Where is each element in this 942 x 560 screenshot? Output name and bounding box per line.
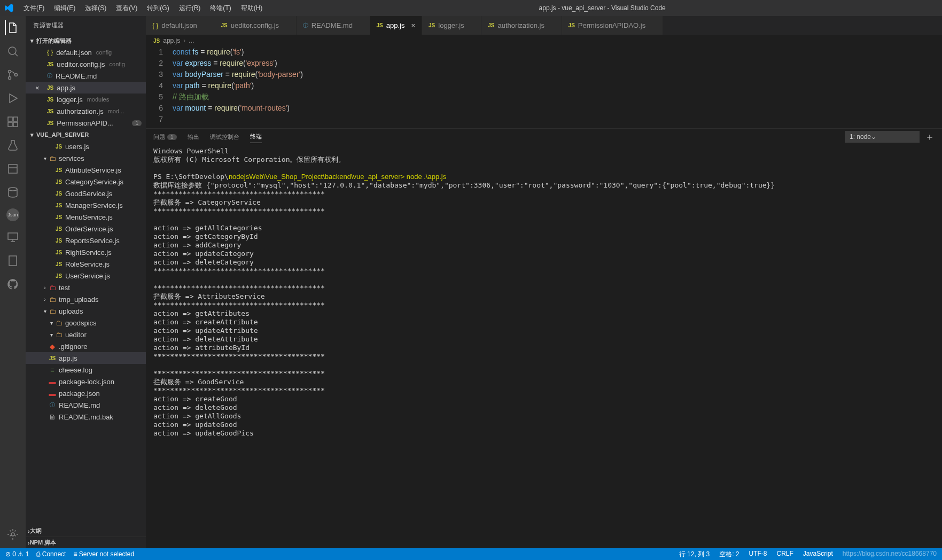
tree-item[interactable]: ›🗀tmp_uploads [26,293,146,305]
tree-item[interactable]: ▬package.json [26,387,146,399]
tree-item[interactable]: JSusers.js [26,141,146,152]
editor-tab[interactable]: JSueditor.config.js× [214,16,296,35]
new-terminal-icon[interactable]: ＋ [925,130,935,143]
file-name: uploads [59,307,83,315]
menu-item[interactable]: 查看(V) [112,2,142,15]
breadcrumb-more[interactable]: ... [189,37,194,44]
file-path: config [96,49,112,56]
remote-icon[interactable] [5,230,20,245]
open-editor-item[interactable]: ×{ }default.jsonconfig [26,46,146,58]
open-editor-item[interactable]: ×ⓘREADME.md [26,70,146,82]
github-icon[interactable] [5,277,20,292]
status-encoding[interactable]: UTF-8 [749,550,767,559]
extensions-icon[interactable] [5,114,20,129]
status-ln-col[interactable]: 行 12, 列 3 [679,550,710,559]
editor-tab[interactable]: { }default.json× [146,16,214,35]
menu-item[interactable]: 编辑(E) [50,2,80,15]
open-editor-item[interactable]: ×JSauthorization.jsmod... [26,105,146,117]
editor-tab[interactable]: JSauthorization.js× [481,16,562,35]
tree-item[interactable]: ≡cheese.log [26,364,146,376]
tree-item[interactable]: ▾🗀ueditor [26,329,146,340]
chevron-icon: ▾ [48,332,55,338]
menu-item[interactable]: 转到(G) [143,2,173,15]
file-name: logger.js [57,96,82,104]
terminal-output[interactable]: Windows PowerShell 版权所有 (C) Microsoft Co… [146,145,942,548]
file-name: ReportsService.js [65,237,120,245]
tree-item[interactable]: ▾🗀services [26,152,146,164]
tree-item[interactable]: ⓘREADME.md [26,399,146,411]
status-server[interactable]: ≡ Server not selected [73,550,134,558]
run-debug-icon[interactable] [5,91,20,106]
tree-item[interactable]: JSRoleService.js [26,258,146,270]
bookmark-icon[interactable] [5,253,20,268]
tree-item[interactable]: ›🗀test [26,282,146,293]
outline-header[interactable]: ›大纲 [26,525,146,536]
title-bar: 文件(F)编辑(E)选择(S)查看(V)转到(G)运行(R)终端(T)帮助(H)… [0,0,942,16]
tree-item[interactable]: JSUserService.js [26,270,146,282]
editor-tab[interactable]: JSlogger.js× [422,16,481,35]
tree-item[interactable]: 🗎README.md.bak [26,411,146,423]
tree-item[interactable]: ▾🗀uploads [26,305,146,317]
tree-item[interactable]: JSOrderService.js [26,223,146,235]
open-editor-item[interactable]: ×JSPermissionAPID...1 [26,117,146,129]
tree-item[interactable]: ◆.gitignore [26,340,146,352]
tree-item[interactable]: ▬package-lock.json [26,376,146,387]
tab-problems[interactable]: 问题1 [153,131,177,143]
status-errors[interactable]: ⊘ 0 ⚠ 1 [5,550,29,558]
tree-item[interactable]: JSCategoryService.js [26,176,146,188]
panel-tabs: 问题1 输出 调试控制台 终端 1: node ⌄ ＋ [146,129,942,145]
code-editor[interactable]: 1234567 const fs = require('fs')var expr… [146,46,942,128]
tab-label: logger.js [438,21,464,29]
search-icon[interactable] [5,44,20,59]
menu-item[interactable]: 帮助(H) [237,2,267,15]
status-language[interactable]: JavaScript [803,550,833,559]
breadcrumb[interactable]: JS app.js › ... [146,35,942,46]
open-editor-item[interactable]: ×JSapp.js [26,82,146,94]
tab-label: authorization.js [498,21,544,29]
tree-item[interactable]: JSReportsService.js [26,235,146,246]
code-lines[interactable]: const fs = require('fs')var express = re… [173,46,942,125]
svg-point-0 [9,47,16,55]
editor-tab[interactable]: JSapp.js× [370,16,423,35]
tree-item[interactable]: JSAttributeService.js [26,164,146,176]
menu-item[interactable]: 终端(T) [206,2,235,15]
close-icon[interactable]: × [411,21,415,29]
close-icon[interactable]: × [35,84,44,92]
menu-item[interactable]: 文件(F) [19,2,49,15]
menu-item[interactable]: 选择(S) [81,2,111,15]
settings-icon[interactable] [5,527,20,542]
test-icon[interactable] [5,138,20,153]
json-icon[interactable]: Json [6,208,19,221]
file-name: package.json [59,390,100,398]
file-name: users.js [65,143,89,151]
source-control-icon[interactable] [5,67,20,82]
explorer-icon[interactable] [5,20,20,35]
status-eol[interactable]: CRLF [776,550,793,559]
open-editors-header[interactable]: ▾打开的编辑器 [26,35,146,46]
menu-item[interactable]: 运行(R) [175,2,205,15]
project-icon[interactable] [5,161,20,176]
tree-item[interactable]: JSRightService.js [26,246,146,258]
terminal-select[interactable]: 1: node ⌄ [845,131,920,143]
open-editor-item[interactable]: ×JSueditor.config.jsconfig [26,58,146,70]
editor-tab[interactable]: JSPermissionAPIDAO.js× [562,16,663,35]
tree-item[interactable]: JSGoodService.js [26,188,146,199]
tab-terminal[interactable]: 终端 [250,130,262,143]
tree-item[interactable]: JSManagerService.js [26,199,146,211]
window-title: app.js - vue_api_server - Visual Studio … [267,4,938,12]
tree-item[interactable]: ▾🗀goodspics [26,317,146,329]
tab-debug-console[interactable]: 调试控制台 [210,131,239,143]
npm-scripts-header[interactable]: ›NPM 脚本 [26,536,146,548]
breadcrumb-file[interactable]: app.js [163,37,180,44]
tree-item[interactable]: JSMenuService.js [26,211,146,223]
open-editor-item[interactable]: ×JSlogger.jsmodules [26,94,146,105]
project-header[interactable]: ▾VUE_API_SERVER [26,129,146,141]
database-icon[interactable] [5,185,20,200]
status-connect[interactable]: ⎙ Connect [36,550,66,558]
file-name: authorization.js [57,107,103,115]
editor-tab[interactable]: ⓘREADME.md× [297,16,370,35]
tab-output[interactable]: 输出 [188,131,199,143]
file-path: modules [87,96,110,103]
status-spaces[interactable]: 空格: 2 [719,550,739,559]
tree-item[interactable]: JSapp.js [26,352,146,364]
